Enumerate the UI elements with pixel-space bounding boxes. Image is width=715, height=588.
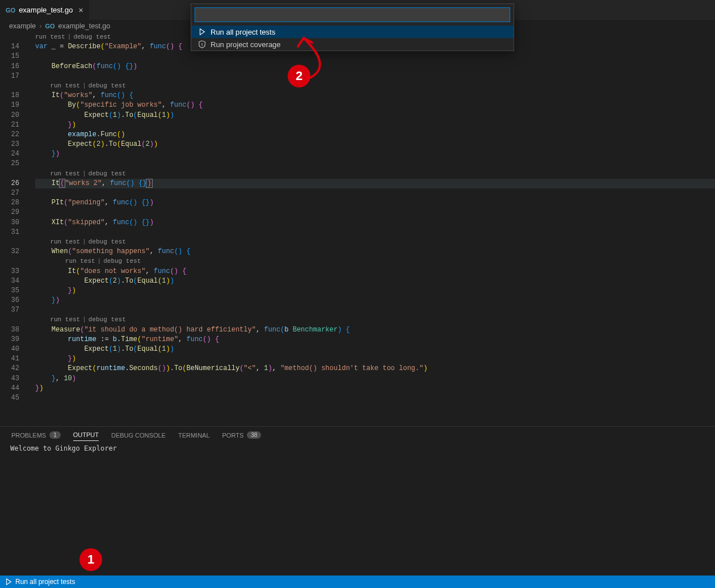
go-file-icon: GO	[45, 23, 54, 30]
codelens: run test|debug test	[35, 315, 715, 325]
breadcrumb-folder[interactable]: example	[9, 22, 36, 30]
codelens: run test|debug test	[35, 169, 715, 179]
codelens: run test|debug test	[35, 237, 715, 247]
shield-icon	[198, 40, 206, 48]
panel-tab-terminal[interactable]: TERMINAL	[178, 432, 210, 439]
command-item-run-all-tests[interactable]: Run all project tests	[191, 26, 514, 38]
panel-tab-output[interactable]: OUTPUT	[73, 431, 99, 441]
codelens-debug[interactable]: debug test	[89, 315, 126, 325]
svg-rect-1	[202, 44, 203, 46]
chevron-right-icon: ›	[39, 22, 41, 30]
codelens-run[interactable]: run test	[35, 32, 65, 42]
codelens-run[interactable]: run test	[50, 169, 80, 179]
codelens: run test|debug test	[35, 81, 715, 91]
code-editor[interactable]: 14 15 16 17 18 19 20 21 22 23 24 25 26 2…	[0, 32, 715, 403]
editor-tab-active[interactable]: GO example_test.go ×	[0, 0, 89, 20]
ports-badge: 38	[247, 431, 261, 439]
code-content[interactable]: run test|debug test var _ = Describe("Ex…	[35, 32, 715, 403]
codelens-debug[interactable]: debug test	[89, 237, 126, 247]
command-palette-list: Run all project tests Run project covera…	[191, 26, 514, 51]
panel-tab-problems[interactable]: PROBLEMS 1	[11, 431, 61, 439]
codelens-run[interactable]: run test	[65, 257, 95, 266]
go-file-icon: GO	[6, 7, 15, 14]
command-item-run-coverage[interactable]: Run project coverage	[191, 38, 514, 51]
panel-tab-debug-console[interactable]: DEBUG CONSOLE	[111, 432, 166, 439]
play-icon	[5, 578, 12, 586]
codelens-debug[interactable]: debug test	[103, 257, 141, 266]
annotation-1: 1	[79, 548, 102, 571]
tab-filename: example_test.go	[19, 6, 73, 14]
output-content: Welcome to Ginkgo Explorer	[0, 442, 715, 455]
codelens: run test|debug test	[35, 257, 715, 266]
codelens-run[interactable]: run test	[50, 315, 80, 325]
status-run-all-tests[interactable]: Run all project tests	[5, 578, 75, 586]
bottom-panel: PROBLEMS 1 OUTPUT DEBUG CONSOLE TERMINAL…	[0, 426, 715, 576]
panel-tabs: PROBLEMS 1 OUTPUT DEBUG CONSOLE TERMINAL…	[0, 427, 715, 442]
codelens-debug[interactable]: debug test	[73, 32, 111, 42]
codelens-debug[interactable]: debug test	[89, 169, 126, 179]
statusbar: Run all project tests	[0, 576, 715, 588]
close-icon[interactable]: ×	[79, 6, 83, 15]
breadcrumb-file[interactable]: example_test.go	[58, 22, 111, 30]
play-icon	[198, 28, 206, 36]
line-gutter: 14 15 16 17 18 19 20 21 22 23 24 25 26 2…	[0, 32, 30, 403]
annotation-2: 2	[288, 65, 310, 87]
problems-badge: 1	[49, 431, 61, 439]
command-palette: Run all project tests Run project covera…	[191, 3, 514, 51]
command-palette-input[interactable]	[195, 7, 510, 22]
panel-tab-ports[interactable]: PORTS 38	[222, 431, 262, 439]
codelens-run[interactable]: run test	[50, 237, 80, 247]
svg-point-0	[201, 43, 203, 44]
codelens-debug[interactable]: debug test	[89, 81, 126, 91]
codelens-run[interactable]: run test	[50, 81, 80, 91]
